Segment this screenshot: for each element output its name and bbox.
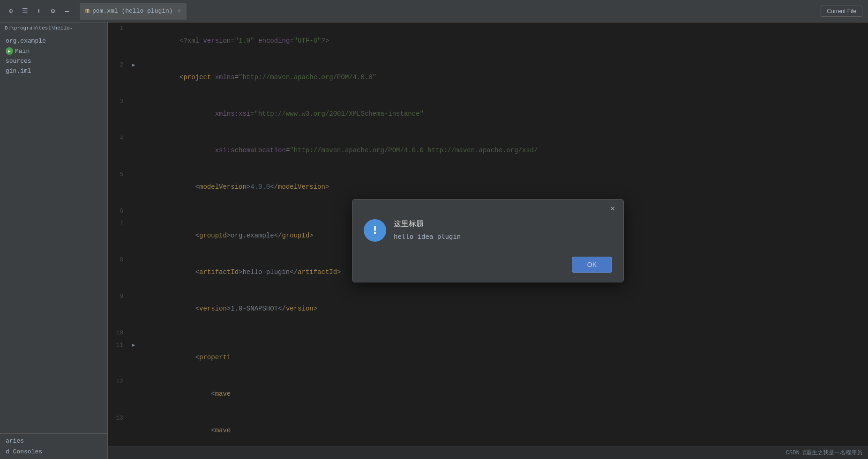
- dialog-title: 这里标题: [394, 219, 612, 229]
- dialog-body: ! 这里标题 hello idea plugin: [352, 215, 623, 253]
- current-file-button[interactable]: Current File: [821, 6, 862, 17]
- dialog-content: 这里标题 hello idea plugin: [394, 219, 612, 240]
- project-path: D:\program\test\hello-: [0, 22, 107, 34]
- compass-icon[interactable]: ⊕: [6, 6, 16, 16]
- dialog-close-button[interactable]: ✕: [607, 203, 618, 214]
- sidebar-item-libraries[interactable]: aries: [0, 436, 107, 446]
- toolbar-icons: ⊕ ☰ ⬆ ⚙ —: [6, 6, 72, 16]
- title-bar: ⊕ ☰ ⬆ ⚙ — m pom.xml (hello-plugin) × Cur…: [0, 0, 868, 22]
- consoles-label: d Consoles: [6, 448, 42, 455]
- settings-icon[interactable]: ⚙: [48, 6, 58, 16]
- main-icon: ▶: [6, 47, 13, 55]
- title-bar-right: Current File: [821, 6, 862, 17]
- sidebar-item-main[interactable]: ▶ Main: [0, 46, 107, 56]
- dialog-overlay: ✕ ! 这里标题 hello idea plugin OK: [108, 22, 868, 459]
- main-label: Main: [15, 48, 30, 55]
- tab-label: pom.xml (hello-plugin): [92, 7, 173, 15]
- libraries-label: aries: [6, 437, 24, 444]
- dialog-message: hello idea plugin: [394, 233, 612, 240]
- org-example-label: org.example: [6, 37, 46, 44]
- sidebar-item-org-example[interactable]: org.example: [0, 36, 107, 46]
- editor-area: 1 <?xml version="1.0" encoding="UTF-8"?>…: [108, 22, 868, 459]
- sidebar-tree: org.example ▶ Main sources gin.iml: [0, 34, 107, 433]
- pom-xml-tab[interactable]: m pom.xml (hello-plugin) ×: [80, 3, 187, 20]
- sidebar: D:\program\test\hello- org.example ▶ Mai…: [0, 22, 108, 459]
- main-layout: D:\program\test\hello- org.example ▶ Mai…: [0, 22, 868, 459]
- sources-label: sources: [6, 58, 31, 65]
- collapse-icon[interactable]: ☰: [20, 6, 30, 16]
- minimize-icon[interactable]: —: [62, 6, 72, 16]
- dialog-ok-button[interactable]: OK: [572, 257, 612, 273]
- plugin-iml-label: gin.iml: [6, 67, 31, 74]
- expand-icon[interactable]: ⬆: [34, 6, 44, 16]
- dialog-header: ✕: [352, 200, 623, 215]
- maven-icon: m: [85, 7, 90, 15]
- sidebar-bottom: aries d Consoles: [0, 433, 107, 459]
- sidebar-item-plugin-iml[interactable]: gin.iml: [0, 66, 107, 76]
- sidebar-item-sources[interactable]: sources: [0, 56, 107, 66]
- dialog-info-icon: !: [364, 219, 386, 242]
- tab-close-button[interactable]: ×: [178, 8, 181, 15]
- dialog: ✕ ! 这里标题 hello idea plugin OK: [352, 199, 624, 282]
- sidebar-item-consoles[interactable]: d Consoles: [0, 446, 107, 457]
- tab-bar: m pom.xml (hello-plugin) ×: [80, 3, 817, 20]
- dialog-footer: OK: [352, 253, 623, 282]
